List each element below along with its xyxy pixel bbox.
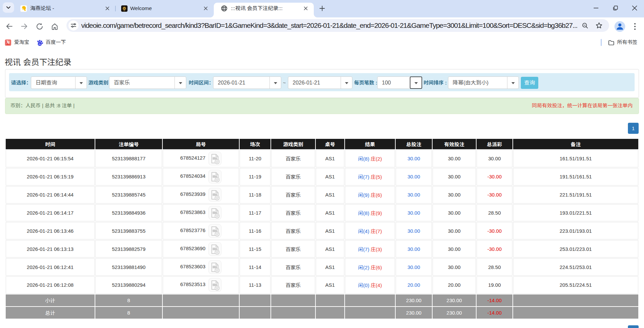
svg-text:du: du <box>39 43 41 46</box>
